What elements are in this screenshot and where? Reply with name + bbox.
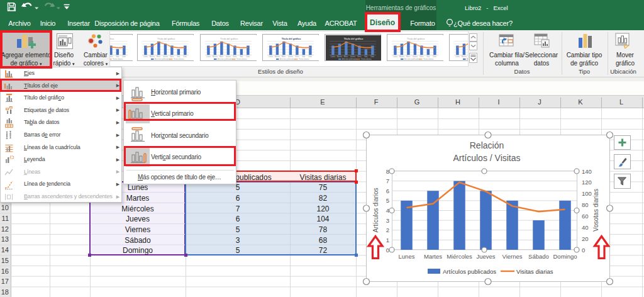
svg-text:0: 0 [386,247,389,254]
svg-text:Título del gráfico: Título del gráfico [281,38,301,40]
svg-text:Sab.: Sab. [177,55,181,58]
svg-text:Visitas diarias: Visitas diarias [236,58,247,60]
svg-text:Martes: Martes [336,55,342,58]
svg-text:Sab.: Sab. [364,55,368,58]
svg-text:Jueves: Jueves [225,55,231,58]
svg-text:Jueves: Jueves [412,55,418,58]
svg-text:20: 20 [582,235,589,242]
svg-text:Jueves: Jueves [287,55,293,58]
svg-text:Visitas diarias: Visitas diarias [361,58,372,60]
svg-text:Lunes: Lunes [143,55,148,58]
svg-text:Mierc.: Mierc. [406,55,411,58]
svg-text:Dom.: Dom. [433,55,437,58]
svg-text:4: 4 [386,207,389,214]
svg-text:Jueves: Jueves [163,55,169,58]
svg-text:Título del gráfico: Título del gráfico [157,38,175,40]
svg-text:Viern.: Viern. [109,55,113,58]
svg-text:Viern.: Viern. [357,55,362,58]
svg-text:6: 6 [386,188,389,194]
svg-text:Título del gráfico: Título del gráfico [407,38,425,40]
svg-text:Visitas diarias: Visitas diarias [174,58,184,60]
svg-text:Sab.: Sab. [426,55,430,58]
svg-text:Visitas diarias: Visitas diarias [516,268,553,275]
svg-text:Mierc.: Mierc. [343,55,348,58]
svg-text:Lunes: Lunes [206,55,211,58]
svg-text:Articulos publicados: Articulos publicados [342,58,358,60]
svg-text:Dom.: Dom. [246,55,250,58]
svg-text:7: 7 [386,177,389,184]
svg-text:Articulos publicados: Articulos publicados [467,58,469,60]
svg-text:Sab.: Sab. [116,55,119,58]
svg-text:120: 120 [582,179,592,186]
svg-text:Mierc.: Mierc. [281,55,286,58]
svg-text:Dom.: Dom. [184,55,188,58]
svg-text:Dom.: Dom. [308,55,313,58]
svg-text:Articulos publicados: Articulos publicados [404,58,420,60]
svg-text:Martes: Martes [212,55,218,58]
svg-text:Artículos publicados: Artículos publicados [443,268,496,275]
svg-text:Mierc.: Mierc. [219,55,224,58]
svg-text:140: 140 [582,168,592,175]
svg-text:Lunes: Lunes [399,253,415,260]
svg-text:Viern.: Viern. [232,55,236,58]
svg-text:Sab.: Sab. [240,55,243,58]
svg-text:Articulos publicados: Articulos publicados [280,58,296,60]
svg-text:Martes: Martes [399,55,404,58]
svg-text:8: 8 [386,168,389,175]
svg-text:Martes: Martes [150,55,155,58]
svg-text:Lunes: Lunes [268,55,273,58]
svg-text:Título del gráfico: Título del gráfico [219,38,237,40]
svg-text:Jueves: Jueves [350,55,355,58]
svg-text:Visitas diarias: Visitas diarias [299,58,309,60]
svg-text:Lunes: Lunes [330,55,335,58]
svg-text:5: 5 [386,197,389,204]
svg-text:Artículos / Visitas: Artículos / Visitas [453,153,520,163]
svg-text:40: 40 [582,224,589,231]
svg-text:Lunes: Lunes [392,55,397,58]
svg-text:Martes: Martes [274,55,280,58]
svg-text:Martes: Martes [424,253,442,260]
svg-text:Relación: Relación [470,140,504,150]
svg-text:Artículos diarios: Artículos diarios [372,188,379,232]
svg-text:Viern.: Viern. [295,55,299,58]
svg-text:Visitas diarias: Visitas diarias [423,58,434,60]
svg-text:3: 3 [386,217,389,224]
svg-text:Dom.: Dom. [122,55,126,58]
svg-text:2: 2 [386,227,389,233]
svg-text:1: 1 [386,237,389,244]
svg-text:Miércoles: Miércoles [447,253,472,260]
svg-text:60: 60 [582,213,589,220]
svg-text:Sab.: Sab. [302,55,306,58]
svg-text:Viernes: Viernes [502,253,522,260]
svg-text:Jueves: Jueves [476,253,495,260]
svg-text:0: 0 [582,247,585,254]
svg-text:Viern.: Viern. [170,55,174,58]
svg-text:Vosotas diarias: Vosotas diarias [592,189,599,232]
svg-text:Domingo: Domingo [553,253,577,260]
svg-text:Mierc.: Mierc. [157,55,162,58]
svg-text:Martes: Martes [462,55,467,58]
svg-text:Sábado: Sábado [528,253,549,260]
svg-text:Lunes: Lunes [455,55,460,58]
svg-text:Articulos publicados: Articulos publicados [218,58,233,60]
svg-text:Título del gráfico: Título del gráfico [109,38,114,40]
svg-text:Articulos publicados: Articulos publicados [155,58,170,60]
svg-text:Visitas diarias: Visitas diarias [113,58,123,60]
svg-text:Dom.: Dom. [370,55,375,58]
svg-text:Viern.: Viern. [419,55,424,58]
svg-text:Título del gráfico: Título del gráfico [343,38,363,40]
svg-text:100: 100 [582,190,592,197]
svg-text:80: 80 [582,201,589,208]
